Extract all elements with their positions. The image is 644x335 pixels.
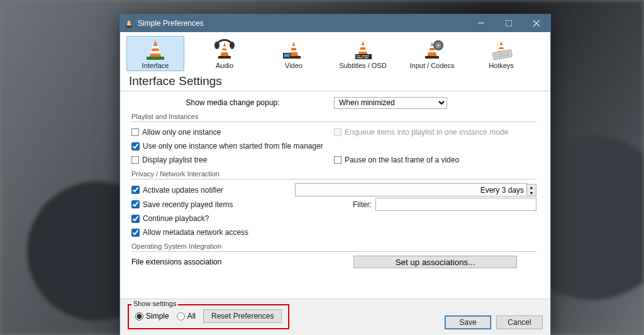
hotkeys-icon bbox=[489, 39, 514, 60]
updates-interval-up-button[interactable]: ▲ bbox=[527, 185, 536, 190]
page-title: Interface Settings bbox=[120, 72, 550, 91]
updates-interval-down-button[interactable]: ▼ bbox=[527, 190, 536, 196]
svg-rect-47 bbox=[504, 52, 506, 54]
activate-updates-checkbox[interactable]: Activate updates notifier bbox=[131, 186, 223, 195]
file-assoc-label: File extensions association bbox=[131, 258, 221, 266]
category-bar: Interface Audio bbox=[120, 32, 550, 72]
svg-rect-27 bbox=[357, 55, 360, 57]
metadata-network-checkbox[interactable]: Allow metadata network access bbox=[131, 228, 248, 237]
interface-icon bbox=[143, 39, 168, 60]
category-subtitles[interactable]: Subtitles / OSD bbox=[334, 36, 392, 71]
svg-marker-0 bbox=[127, 19, 131, 26]
save-recent-checkbox[interactable]: Save recently played items bbox=[131, 200, 233, 209]
settings-scroll-area[interactable]: Show media change popup: When minimized … bbox=[125, 91, 540, 298]
svg-rect-9 bbox=[147, 57, 164, 60]
svg-rect-21 bbox=[284, 54, 290, 57]
svg-rect-28 bbox=[362, 55, 369, 57]
svg-point-15 bbox=[230, 42, 235, 49]
preferences-window: Simple Preferences Interface bbox=[119, 14, 551, 335]
group-playlist-title: Playlist and Instances bbox=[131, 113, 536, 120]
svg-rect-39 bbox=[499, 45, 504, 47]
svg-rect-5 bbox=[506, 20, 512, 26]
svg-rect-2 bbox=[127, 23, 131, 25]
category-input-codecs[interactable]: Input / Codecs bbox=[403, 36, 461, 71]
continue-playback-checkbox[interactable]: Continue playback? bbox=[131, 214, 209, 223]
svg-rect-4 bbox=[478, 23, 484, 23]
updates-interval-field[interactable] bbox=[295, 183, 527, 196]
svg-rect-23 bbox=[360, 45, 366, 47]
svg-rect-30 bbox=[364, 57, 369, 59]
category-hotkeys[interactable]: Hotkeys bbox=[472, 36, 530, 71]
svg-rect-17 bbox=[291, 46, 297, 48]
svg-rect-8 bbox=[150, 51, 160, 54]
svg-rect-3 bbox=[126, 26, 132, 27]
window-title: Simple Preferences bbox=[138, 19, 204, 28]
show-settings-simple-radio[interactable]: Simple bbox=[135, 312, 169, 321]
category-interface[interactable]: Interface bbox=[126, 36, 184, 71]
maximize-button[interactable] bbox=[495, 14, 523, 32]
media-change-popup-select[interactable]: When minimized bbox=[334, 97, 447, 109]
svg-point-14 bbox=[214, 42, 219, 49]
titlebar: Simple Preferences bbox=[120, 14, 550, 32]
group-privacy-title: Privacy / Network Interaction bbox=[131, 170, 536, 178]
category-label: Subtitles / OSD bbox=[339, 62, 386, 69]
setup-associations-button[interactable]: Set up associations... bbox=[353, 256, 517, 268]
dialog-footer: Show settings Simple All Reset Preferenc… bbox=[120, 298, 550, 335]
close-button[interactable] bbox=[523, 14, 550, 32]
display-playlist-tree-checkbox[interactable]: Display playlist tree bbox=[131, 156, 207, 164]
category-label: Hotkeys bbox=[489, 62, 514, 69]
category-label: Video bbox=[285, 62, 303, 69]
svg-marker-22 bbox=[358, 41, 368, 55]
svg-rect-34 bbox=[425, 56, 439, 59]
svg-rect-46 bbox=[501, 52, 503, 54]
enqueue-items-checkbox: Enqueue items into playlist in one insta… bbox=[334, 128, 508, 137]
svg-point-37 bbox=[437, 44, 439, 46]
svg-marker-10 bbox=[220, 42, 229, 57]
close-icon bbox=[533, 20, 540, 26]
svg-rect-44 bbox=[496, 53, 498, 55]
svg-rect-33 bbox=[428, 50, 436, 52]
show-settings-all-radio[interactable]: All bbox=[177, 312, 196, 321]
maximize-icon bbox=[506, 20, 512, 26]
category-label: Interface bbox=[142, 62, 169, 69]
video-icon bbox=[281, 39, 306, 60]
minimize-button[interactable] bbox=[467, 14, 495, 32]
svg-marker-6 bbox=[149, 40, 162, 58]
minimize-icon bbox=[478, 20, 484, 26]
audio-icon bbox=[212, 39, 237, 60]
reset-preferences-button[interactable]: Reset Preferences bbox=[203, 309, 282, 323]
allow-one-instance-checkbox[interactable]: Allow only one instance bbox=[131, 128, 221, 137]
svg-rect-24 bbox=[359, 50, 367, 52]
pause-last-frame-checkbox[interactable]: Pause on the last frame of a video bbox=[334, 156, 459, 164]
group-os-title: Operating System Integration bbox=[131, 242, 536, 250]
subtitles-icon bbox=[350, 39, 375, 60]
svg-rect-26 bbox=[355, 54, 372, 59]
filter-label: Filter: bbox=[353, 200, 372, 209]
svg-rect-1 bbox=[128, 21, 130, 23]
show-settings-group: Show settings Simple All Reset Preferenc… bbox=[128, 304, 289, 329]
svg-rect-43 bbox=[494, 54, 496, 55]
filter-field[interactable] bbox=[375, 198, 536, 211]
one-instance-file-manager-checkbox[interactable]: Use only one instance when started from … bbox=[131, 142, 323, 150]
media-change-popup-label: Show media change popup: bbox=[186, 98, 280, 107]
svg-rect-29 bbox=[357, 57, 363, 59]
svg-rect-11 bbox=[222, 47, 228, 48]
svg-rect-45 bbox=[499, 53, 501, 55]
show-settings-legend: Show settings bbox=[131, 300, 178, 307]
category-label: Input / Codecs bbox=[410, 62, 455, 69]
category-video[interactable]: Video bbox=[265, 36, 323, 71]
svg-rect-7 bbox=[152, 46, 159, 48]
input-codecs-icon bbox=[419, 39, 445, 60]
svg-rect-12 bbox=[221, 50, 228, 52]
cancel-button[interactable]: Cancel bbox=[496, 315, 543, 329]
svg-rect-13 bbox=[218, 56, 231, 59]
svg-rect-18 bbox=[290, 50, 297, 52]
category-audio[interactable]: Audio bbox=[196, 36, 253, 71]
app-icon bbox=[124, 18, 134, 28]
save-button[interactable]: Save bbox=[445, 315, 491, 329]
category-label: Audio bbox=[216, 62, 233, 69]
